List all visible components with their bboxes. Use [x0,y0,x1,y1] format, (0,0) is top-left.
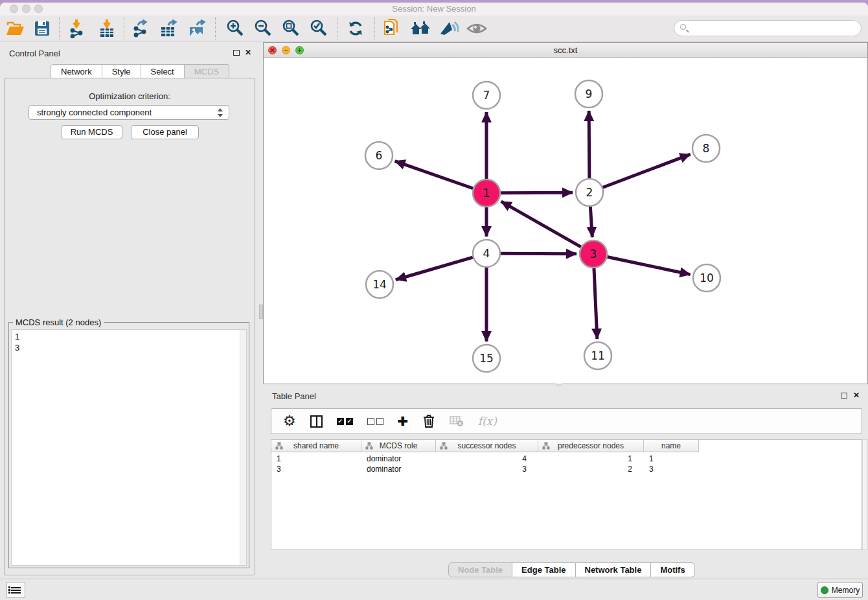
table-row[interactable]: 3dominator323 [271,464,862,474]
close-panel-button[interactable]: Close panel [131,125,199,139]
memory-status-icon [821,586,828,594]
cell-MCDS-role[interactable]: dominator [361,464,436,474]
tab-network[interactable]: Network [51,64,102,78]
search-icon [680,24,686,30]
task-history-button[interactable] [6,582,25,598]
graph-node-3[interactable]: 3 [580,240,607,268]
result-scrollbar[interactable] [240,330,246,565]
table-row[interactable]: 1dominator411 [271,454,862,464]
memory-button[interactable]: Memory [817,582,863,598]
hide-details-icon[interactable] [436,17,461,40]
mcds-result-textarea[interactable]: 1 3 [11,329,247,566]
control-panel-float-icon[interactable] [233,50,240,56]
export-network-icon[interactable] [129,17,154,40]
graph-edge-2-8[interactable] [603,154,691,187]
table-panel-tabs: Node TableEdge TableNetwork TableMotifs [448,562,695,577]
graph-edge-1-2[interactable] [501,192,573,193]
optimization-criterion-label: Optimization criterion: [0,91,259,101]
cell-predecessor-nodes[interactable]: 2 [538,464,644,474]
graph-edge-2-9[interactable] [589,111,589,178]
zoom-out-icon[interactable] [251,17,275,40]
cell-shared-name[interactable]: 1 [271,454,361,464]
home-icon[interactable] [408,17,433,40]
save-session-icon[interactable] [30,17,54,40]
graph-node-11[interactable]: 11 [584,342,611,369]
graph-edge-2-3[interactable] [590,207,592,237]
zoom-selected-icon[interactable] [306,17,331,40]
deselect-all-icon[interactable] [367,418,383,425]
graph-edge-3-11[interactable] [594,268,597,339]
delete-table-icon[interactable] [450,415,464,427]
column-header-MCDS-role[interactable]: MCDS role [361,440,436,452]
search-input[interactable] [691,21,853,35]
graph-node-15[interactable]: 15 [473,345,500,372]
tab-mcds[interactable]: MCDS [185,64,229,78]
column-header-shared-name[interactable]: shared name [271,440,361,452]
window-title: Session: New Session [0,4,868,14]
table-header-row: shared nameMCDS rolesuccessor nodesprede… [271,440,699,452]
graph-node-1[interactable]: 1 [473,179,500,207]
column-header-successor-nodes[interactable]: successor nodes [436,440,538,452]
import-table-icon[interactable] [95,17,119,40]
run-mcds-button[interactable]: Run MCDS [61,125,122,139]
graph-node-6[interactable]: 6 [365,142,393,169]
column-header-predecessor-nodes[interactable]: predecessor nodes [538,440,644,452]
table-scrollbar[interactable] [862,439,868,550]
graph-node-4[interactable]: 4 [473,240,500,267]
optimization-criterion-select[interactable]: strongly connected component [29,105,229,120]
import-network-icon[interactable] [64,17,89,40]
export-table-icon[interactable] [157,17,181,40]
select-spinner-icon [217,108,223,118]
node-label: 3 [590,248,597,260]
zoom-in-icon[interactable] [223,17,247,40]
cell-name[interactable]: 3 [644,464,699,474]
graph-node-7[interactable]: 7 [473,82,500,109]
cell-predecessor-nodes[interactable]: 1 [538,454,644,464]
graph-edge-1-6[interactable] [395,161,474,189]
column-header-name[interactable]: name [644,440,699,452]
search-box[interactable] [674,20,862,36]
cell-shared-name[interactable]: 3 [271,464,361,474]
tab-network-table[interactable]: Network Table [576,562,652,577]
graph-node-9[interactable]: 9 [575,80,602,108]
clone-network-icon[interactable] [380,17,404,40]
tab-style[interactable]: Style [102,64,141,78]
node-table[interactable]: shared nameMCDS rolesuccessor nodesprede… [271,439,862,550]
cell-name[interactable]: 1 [644,454,699,464]
graph-edge-4-14[interactable] [396,257,473,280]
graph-node-2[interactable]: 2 [576,179,603,206]
add-icon[interactable]: ✚ [398,414,408,429]
tab-select[interactable]: Select [141,64,185,78]
export-image-icon[interactable] [185,17,210,40]
select-all-icon[interactable]: ✓✓ [337,418,353,425]
network-window-titlebar[interactable]: ✕ – + scc.txt [264,43,867,58]
delete-icon[interactable] [422,414,435,428]
refresh-icon[interactable] [343,17,368,40]
tab-edge-table[interactable]: Edge Table [512,562,575,577]
columns-icon[interactable] [310,415,323,428]
network-graph[interactable]: 7968124314101511 [264,58,867,384]
tab-motifs[interactable]: Motifs [651,562,694,577]
function-builder-icon[interactable]: f(x) [478,415,497,428]
graph-node-14[interactable]: 14 [366,271,393,298]
cell-MCDS-role[interactable]: dominator [361,454,436,464]
gear-icon[interactable]: ⚙ [283,414,296,428]
application-window: Session: New Session [0,3,868,600]
graph-node-10[interactable]: 10 [693,264,720,292]
graph-edge-3-10[interactable] [608,257,691,275]
graph-edge-3-1[interactable] [501,202,581,247]
node-label: 6 [376,149,383,162]
control-panel-close-icon[interactable]: ✕ [245,48,251,57]
graph-edge-4-3[interactable] [501,253,577,254]
tab-node-table[interactable]: Node Table [448,562,512,577]
cell-successor-nodes[interactable]: 3 [436,464,538,474]
open-file-icon[interactable] [3,17,28,40]
cell-successor-nodes[interactable]: 4 [436,454,538,464]
zoom-fit-icon[interactable] [279,17,303,40]
table-panel-close-icon[interactable]: ✕ [853,391,860,400]
toolbar-separator [59,17,60,40]
show-details-eye-icon[interactable] [464,17,489,40]
table-panel-float-icon[interactable] [841,393,847,398]
network-canvas[interactable]: 7968124314101511 [264,58,867,384]
graph-node-8[interactable]: 8 [692,135,720,162]
